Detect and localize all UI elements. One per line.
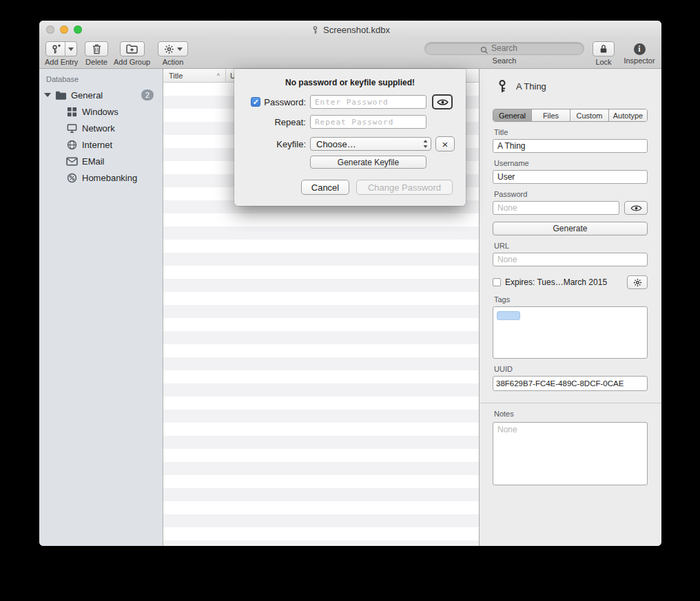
chevron-down-icon (68, 48, 74, 51)
sidebar: Database General 2 Windows Network Inter… (39, 69, 163, 546)
key-plus-icon (50, 44, 61, 54)
chevron-down-icon (177, 48, 183, 51)
action-label: Action (163, 58, 184, 66)
add-entry-bezel[interactable] (45, 41, 77, 56)
item-label: Windows (82, 107, 163, 117)
lock-icon (599, 44, 608, 54)
sidebar-group-general[interactable]: General 2 (39, 87, 163, 103)
minimize-button[interactable] (60, 25, 68, 34)
change-password-button[interactable]: Change Password (356, 180, 453, 195)
cancel-button[interactable]: Cancel (301, 180, 349, 195)
info-glyph: i (638, 44, 640, 54)
tags-field[interactable] (493, 306, 648, 359)
eye-icon (630, 204, 642, 212)
action-button[interactable]: Action (158, 41, 188, 66)
folder-icon (55, 90, 67, 101)
sidebar-item-network[interactable]: Network (39, 120, 163, 136)
entry-header: A Thing (493, 69, 648, 99)
tab-autotype[interactable]: Autotype (609, 109, 647, 121)
password-dialog: No password or keyfile supplied! ✓ Passw… (234, 69, 466, 206)
column-header-title[interactable]: Title ^ (163, 69, 225, 82)
entry-count-badge: 2 (141, 89, 154, 101)
group-label: General (71, 90, 141, 101)
tags-label: Tags (494, 295, 646, 304)
url-field-label: URL (494, 242, 646, 250)
item-label: Homebanking (82, 173, 163, 183)
password-field[interactable] (493, 201, 619, 215)
window-title-text: Screenshot.kdbx (323, 25, 390, 35)
app-window: Screenshot.kdbx Add Entry Delete (39, 21, 661, 546)
title-field-label: Title (494, 128, 646, 136)
tab-custom[interactable]: Custom (570, 109, 609, 121)
dialog-buttons: Cancel Change Password (234, 180, 466, 195)
sidebar-item-internet[interactable]: Internet (39, 136, 163, 153)
add-group-label: Add Group (114, 58, 150, 66)
sidebar-section-header: Database (39, 69, 163, 87)
add-entry-segment (46, 42, 65, 56)
add-entry-dropdown[interactable] (65, 42, 76, 56)
key-icon (495, 79, 509, 93)
tab-files[interactable]: Files (532, 109, 570, 121)
url-field[interactable] (493, 253, 648, 266)
reveal-password-button[interactable] (624, 201, 648, 215)
globe-icon (66, 140, 78, 150)
uuid-field[interactable] (493, 376, 648, 391)
keyfile-popup[interactable]: Choose… (310, 137, 431, 151)
inspector-tabs: General Files Custom Autotype (493, 109, 648, 122)
title-field[interactable] (493, 139, 648, 153)
search-input[interactable] (424, 42, 584, 55)
add-entry-label: Add Entry (45, 58, 78, 66)
folder-plus-icon (126, 44, 138, 54)
password-field-label: Password (494, 190, 646, 198)
delete-bezel[interactable] (85, 41, 108, 56)
add-group-bezel[interactable] (120, 41, 145, 56)
delete-label: Delete (85, 58, 107, 66)
username-field[interactable] (493, 170, 648, 184)
repeat-label: Repeat: (274, 117, 306, 127)
show-password-button[interactable] (432, 94, 453, 109)
gear-icon (633, 278, 642, 287)
repeat-input[interactable] (310, 115, 426, 129)
generate-keyfile-button[interactable]: Generate Keyfile (310, 156, 426, 169)
add-entry-button[interactable]: Add Entry (45, 41, 78, 66)
delete-button[interactable]: Delete (85, 41, 108, 66)
lock-bezel[interactable] (593, 41, 615, 56)
password-input[interactable] (310, 95, 426, 109)
dialog-message: No password or keyfile supplied! (234, 78, 466, 87)
expires-settings-button[interactable] (627, 275, 648, 289)
lock-button[interactable]: Lock (593, 41, 615, 66)
inspector-button[interactable]: i Inspector (620, 41, 659, 65)
popup-stepper-icon (423, 140, 428, 148)
keyfile-row: Keyfile: Choose… × (248, 136, 466, 151)
close-x-icon: × (442, 139, 449, 149)
add-group-button[interactable]: Add Group (114, 41, 150, 66)
titlebar[interactable]: Screenshot.kdbx (39, 21, 661, 39)
sidebar-item-homebanking[interactable]: Homebanking (39, 169, 163, 186)
expires-checkbox[interactable] (493, 278, 501, 286)
clear-keyfile-button[interactable]: × (435, 136, 455, 151)
action-bezel[interactable] (158, 41, 188, 56)
tag-token[interactable] (497, 311, 520, 320)
inspector-panel: A Thing General Files Custom Autotype Ti… (479, 69, 661, 546)
check-icon: ✓ (253, 98, 259, 106)
item-label: Internet (82, 140, 163, 150)
notes-field[interactable] (493, 422, 648, 485)
uuid-label: UUID (494, 365, 646, 373)
sidebar-item-email[interactable]: EMail (39, 153, 163, 169)
sidebar-item-windows[interactable]: Windows (39, 103, 163, 120)
disclosure-triangle-icon[interactable] (44, 93, 51, 97)
repeat-row: Repeat: (248, 115, 466, 129)
zoom-button[interactable] (74, 25, 82, 34)
password-checkbox[interactable]: ✓ (251, 97, 260, 107)
generate-password-button[interactable]: Generate (493, 222, 648, 235)
keyfile-selected-value: Choose… (316, 139, 356, 149)
password-label: Password: (264, 97, 306, 107)
notes-label: Notes (494, 410, 646, 418)
close-button[interactable] (46, 25, 54, 34)
desktop: { "titlebar": { "title": "Screenshot.kdb… (0, 0, 700, 601)
entry-title: A Thing (516, 81, 546, 92)
lock-label: Lock (595, 58, 611, 66)
password-row: ✓ Password: (248, 94, 466, 109)
expires-label: Expires: Tues…March 2015 (505, 277, 623, 287)
tab-general[interactable]: General (493, 109, 532, 121)
